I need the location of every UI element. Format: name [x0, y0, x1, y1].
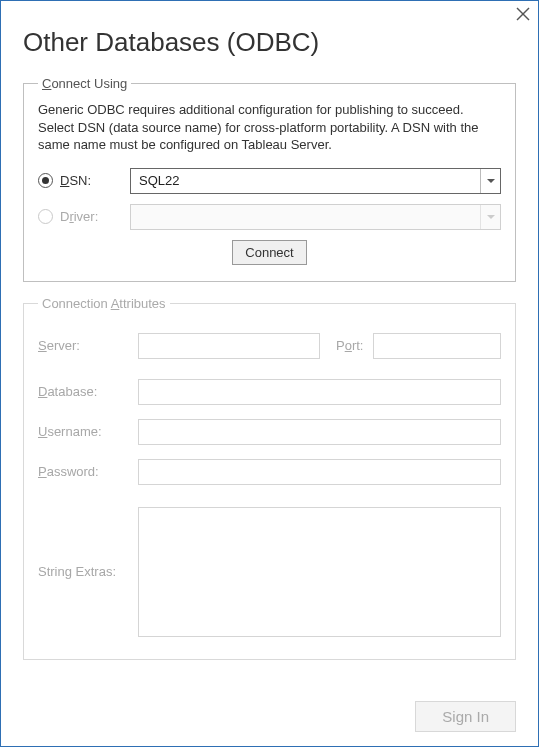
- close-icon[interactable]: [514, 5, 532, 23]
- port-label: Port:: [336, 338, 363, 353]
- connect-button[interactable]: Connect: [232, 240, 306, 265]
- chevron-down-icon: [480, 205, 500, 229]
- username-input: [138, 419, 501, 445]
- string-extras-input: [138, 507, 501, 637]
- port-input: [373, 333, 501, 359]
- dsn-dropdown-value: SQL22: [131, 173, 480, 188]
- password-input: [138, 459, 501, 485]
- connect-using-group: Connect Using Generic ODBC requires addi…: [23, 76, 516, 282]
- database-input: [138, 379, 501, 405]
- radio-icon: [38, 209, 53, 224]
- chevron-down-icon: [480, 169, 500, 193]
- dsn-radio[interactable]: DSN:: [38, 173, 130, 188]
- driver-radio[interactable]: Driver:: [38, 209, 130, 224]
- radio-icon: [38, 173, 53, 188]
- driver-dropdown: [130, 204, 501, 230]
- odbc-dialog: Other Databases (ODBC) Connect Using Gen…: [0, 0, 539, 747]
- dsn-radio-label: DSN:: [60, 173, 91, 188]
- info-text: Generic ODBC requires additional configu…: [38, 101, 501, 154]
- connect-using-legend: Connect Using: [38, 76, 131, 91]
- database-label: Database:: [38, 384, 138, 399]
- connection-attributes-group: Connection Attributes Server: Port: Data…: [23, 296, 516, 660]
- connection-attributes-legend: Connection Attributes: [38, 296, 170, 311]
- dialog-title: Other Databases (ODBC): [23, 27, 516, 58]
- dsn-dropdown[interactable]: SQL22: [130, 168, 501, 194]
- password-label: Password:: [38, 464, 138, 479]
- server-input: [138, 333, 320, 359]
- server-label: Server:: [38, 338, 138, 353]
- string-extras-label: String Extras:: [38, 564, 138, 579]
- username-label: Username:: [38, 424, 138, 439]
- driver-radio-label: Driver:: [60, 209, 98, 224]
- sign-in-button: Sign In: [415, 701, 516, 732]
